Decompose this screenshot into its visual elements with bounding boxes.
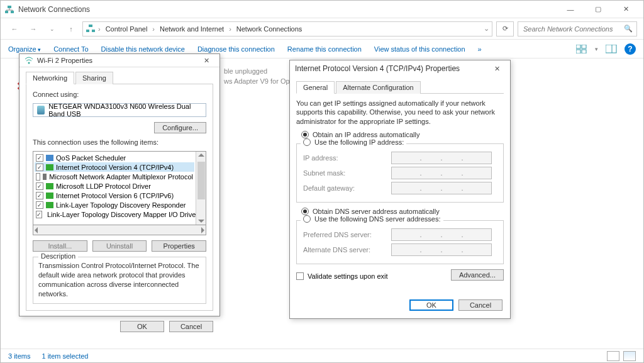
scroll-right-icon[interactable] — [201, 227, 204, 233]
cmd-disable[interactable]: Disable this network device — [101, 45, 185, 53]
adapter-name: NETGEAR WNDA3100v3 N600 Wireless Dual Ba… — [48, 103, 202, 118]
dialog-close-button[interactable]: ✕ — [198, 54, 214, 67]
wifi-properties-dialog: Wi-Fi 2 Properties ✕ Networking Sharing … — [19, 53, 220, 316]
component-item[interactable]: ✓Internet Protocol Version 6 (TCP/IPv6) — [35, 191, 194, 200]
tab-alternate-configuration[interactable]: Alternate Configuration — [336, 81, 421, 94]
tab-sharing[interactable]: Sharing — [75, 72, 113, 84]
tab-networking[interactable]: Networking — [26, 72, 74, 84]
cmd-connect-to[interactable]: Connect To — [53, 45, 88, 53]
dialog-titlebar[interactable]: Wi-Fi 2 Properties ✕ — [19, 54, 219, 67]
checkbox-icon[interactable]: ✓ — [36, 192, 43, 199]
validate-checkbox[interactable]: Validate settings upon exit — [296, 272, 388, 280]
radio-dot-icon — [303, 138, 311, 146]
protocol-icon — [46, 193, 53, 199]
checkbox-icon — [296, 272, 304, 280]
description-text: Transmission Control Protocol/Internet P… — [38, 261, 201, 298]
component-item[interactable]: ✓Microsoft LLDP Protocol Driver — [35, 181, 194, 191]
install-button[interactable]: Install... — [33, 240, 87, 252]
cmd-more[interactable]: » — [478, 45, 482, 53]
component-label: QoS Packet Scheduler — [56, 154, 126, 162]
maximize-button[interactable]: ▢ — [584, 1, 612, 18]
checkbox-icon[interactable] — [36, 173, 40, 181]
chevron-right-icon[interactable]: › — [98, 25, 101, 33]
component-item[interactable]: ✓QoS Packet Scheduler — [35, 153, 194, 162]
scrollbar-vertical[interactable] — [196, 152, 206, 225]
components-list[interactable]: ✓QoS Packet Scheduler✓Internet Protocol … — [33, 151, 206, 225]
info-text: You can get IP settings assigned automat… — [296, 99, 504, 126]
ok-button[interactable]: OK — [409, 299, 453, 311]
component-label: Link-Layer Topology Discovery Responder — [56, 201, 186, 209]
checkbox-icon[interactable]: ✓ — [36, 182, 43, 190]
minimize-button[interactable]: — — [557, 1, 584, 18]
large-icons-view-icon[interactable] — [623, 351, 636, 361]
cmd-diagnose[interactable]: Diagnose this connection — [197, 45, 275, 53]
dialog-close-button[interactable]: ✕ — [489, 62, 505, 75]
bg-text-line2: ws Adapter V9 for Op — [224, 77, 290, 85]
ok-button[interactable]: OK — [120, 321, 164, 332]
preferred-dns-label: Preferred DNS server: — [303, 231, 385, 238]
validate-label: Validate settings upon exit — [308, 272, 388, 280]
search-box[interactable]: 🔍 — [518, 21, 637, 36]
chevron-down-icon[interactable]: ⌄ — [484, 25, 489, 33]
svg-rect-3 — [86, 30, 89, 32]
cmd-organize[interactable]: Organize — [8, 45, 41, 53]
dialog-titlebar[interactable]: Internet Protocol Version 4 (TCP/IPv4) P… — [290, 60, 510, 77]
component-item[interactable]: ✓Link-Layer Topology Discovery Responder — [35, 200, 194, 209]
chevron-right-icon[interactable]: › — [152, 25, 155, 33]
scroll-left-icon[interactable] — [35, 227, 38, 233]
description-group: Description Transmission Control Protoco… — [33, 257, 206, 304]
checkbox-icon[interactable]: ✓ — [36, 164, 43, 171]
search-icon[interactable]: 🔍 — [624, 25, 633, 33]
uninstall-button[interactable]: Uninstall — [92, 240, 147, 252]
cmd-rename[interactable]: Rename this connection — [287, 45, 362, 53]
component-label: Link-Layer Topology Discovery Mapper I/O… — [47, 211, 196, 218]
tab-general[interactable]: General — [296, 81, 335, 94]
radio-obtain-dns-auto[interactable]: Obtain DNS server address automatically — [301, 208, 504, 215]
scrollbar-horizontal[interactable] — [33, 225, 206, 235]
cancel-button[interactable]: Cancel — [169, 321, 213, 332]
view-options-icon[interactable] — [576, 43, 587, 55]
cancel-button[interactable]: Cancel — [458, 299, 502, 311]
checkbox-icon[interactable]: ✓ — [36, 211, 42, 218]
alternate-dns-input: ... — [391, 243, 492, 256]
view-dropdown-icon[interactable]: ▾ — [595, 46, 598, 52]
search-input[interactable] — [522, 25, 624, 33]
checkbox-icon[interactable]: ✓ — [36, 154, 43, 162]
back-button[interactable]: ← — [7, 21, 22, 36]
component-item[interactable]: ✓Link-Layer Topology Discovery Mapper I/… — [35, 209, 194, 219]
connect-using-label: Connect using: — [33, 91, 206, 98]
properties-button[interactable]: Properties — [152, 240, 206, 252]
radio-label: Use the following DNS server addresses: — [314, 215, 441, 223]
cmd-view-status[interactable]: View status of this connection — [374, 45, 465, 53]
adapter-field[interactable]: NETGEAR WNDA3100v3 N600 Wireless Dual Ba… — [33, 103, 206, 117]
preferred-dns-input: ... — [391, 228, 492, 241]
ip-address-input: ... — [391, 152, 492, 164]
description-legend: Description — [38, 252, 78, 260]
recent-dropdown[interactable]: ⌄ — [45, 21, 60, 36]
radio-dot-icon — [303, 215, 311, 223]
up-button[interactable]: ↑ — [64, 21, 79, 36]
radio-use-following-dns[interactable]: Use the following DNS server addresses: — [301, 215, 443, 223]
component-item[interactable]: ✓Internet Protocol Version 4 (TCP/IPv4) — [35, 162, 194, 172]
chevron-right-icon[interactable]: › — [229, 25, 231, 33]
address-bar[interactable]: › Control Panel › Network and Internet ›… — [82, 21, 492, 36]
crumb-network-internet[interactable]: Network and Internet — [157, 24, 226, 34]
preview-pane-icon[interactable] — [606, 43, 617, 55]
configure-button[interactable]: Configure... — [154, 122, 206, 133]
details-view-icon[interactable] — [607, 351, 619, 361]
help-icon[interactable]: ? — [625, 43, 636, 55]
radio-obtain-ip-auto[interactable]: Obtain an IP address automatically — [301, 131, 504, 138]
advanced-button[interactable]: Advanced... — [451, 269, 504, 281]
network-icon — [86, 23, 96, 35]
component-item[interactable]: Microsoft Network Adapter Multiplexor Pr… — [35, 172, 194, 181]
forward-button[interactable]: → — [26, 21, 41, 36]
close-button[interactable]: ✕ — [612, 1, 640, 18]
protocol-icon — [46, 183, 53, 189]
status-item-count: 3 items — [8, 352, 30, 360]
checkbox-icon[interactable]: ✓ — [36, 201, 43, 209]
svg-rect-7 — [582, 45, 586, 48]
refresh-button[interactable]: ⟳ — [496, 21, 514, 36]
crumb-network-connections[interactable]: Network Connections — [234, 24, 305, 34]
radio-use-following-ip[interactable]: Use the following IP address: — [301, 138, 406, 146]
crumb-control-panel[interactable]: Control Panel — [103, 24, 150, 34]
